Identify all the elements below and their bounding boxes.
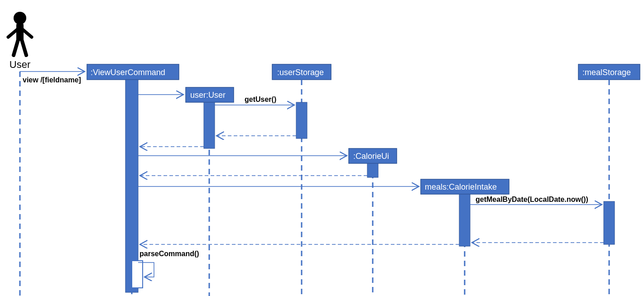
svg-line-4 — [14, 40, 18, 55]
svg-text::mealStorage: :mealStorage — [582, 68, 631, 77]
activation-parsecommand — [132, 261, 143, 288]
participant-mealscalorieintake: meals:CalorieIntake — [421, 179, 509, 194]
activation-mealstorage — [604, 201, 615, 244]
actor-label: User — [10, 59, 30, 70]
participant-viewusercommand: :ViewUserCommand — [87, 64, 179, 80]
msg-getuser-label: getUser() — [245, 95, 276, 103]
svg-text::ViewUserCommand: :ViewUserCommand — [91, 68, 165, 77]
participant-calorieui: :CalorieUi — [349, 148, 397, 163]
svg-text::userStorage: :userStorage — [277, 68, 324, 77]
msg-view-fieldname-label: view /[fieldname] — [23, 76, 81, 84]
svg-line-5 — [22, 40, 26, 55]
activation-useruser — [204, 102, 215, 148]
activation-calorieui — [367, 163, 378, 177]
activation-userstorage — [296, 102, 307, 138]
msg-getmealbydate-label: getMealByDate(LocalDate.now()) — [476, 196, 588, 203]
svg-text:meals:CalorieIntake: meals:CalorieIntake — [425, 182, 497, 191]
svg-text::CalorieUi: :CalorieUi — [353, 152, 389, 161]
svg-point-0 — [14, 12, 26, 24]
participant-mealstorage: :mealStorage — [578, 64, 640, 80]
participant-useruser: user:User — [186, 87, 234, 102]
participant-userstorage: :userStorage — [272, 64, 331, 80]
activation-mealscalorieintake — [459, 194, 470, 246]
sequence-diagram: User :ViewUserCommand user:User :userSto… — [0, 0, 644, 296]
msg-parsecommand-label: parseCommand() — [139, 250, 199, 258]
svg-text:user:User: user:User — [190, 91, 226, 100]
actor-user: User — [8, 12, 32, 70]
